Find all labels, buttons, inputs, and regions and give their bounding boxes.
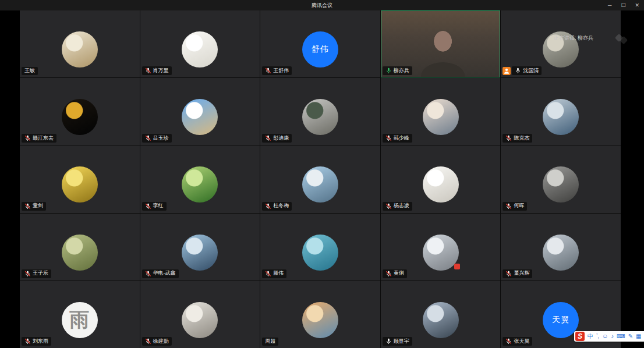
participant-name: 肖万里 [153, 68, 169, 74]
participant-tile[interactable]: 韩少峰 [381, 78, 501, 145]
close-button[interactable]: ✕ [635, 3, 639, 8]
participant-tile[interactable]: 王敏 [20, 10, 140, 77]
participant-tile[interactable]: 彭迪康 [260, 78, 380, 145]
name-label-row: 董兴辉 [503, 269, 532, 278]
participant-tile[interactable]: 沈国清 [501, 10, 621, 77]
titlebar: 腾讯会议 ─ ☐ ✕ [0, 0, 644, 10]
mic-icon [145, 68, 151, 74]
name-pill: 童剑 [22, 202, 46, 211]
participant-tile[interactable]: 何晖 [501, 145, 621, 212]
avatar: 天翼 [543, 302, 579, 338]
participant-tile[interactable]: 周超 [260, 281, 380, 348]
participant-tile[interactable]: 赣江东去 [20, 78, 140, 145]
mic-icon [385, 338, 392, 345]
mic-icon [24, 203, 31, 209]
mic-icon [385, 135, 392, 141]
participant-name: 黄俐 [394, 271, 404, 276]
name-pill: 吕玉珍 [142, 134, 172, 143]
avatar [302, 235, 338, 271]
name-pill: 董兴辉 [503, 269, 532, 278]
mic-icon [385, 68, 392, 74]
avatar [182, 31, 218, 68]
participant-tile[interactable]: 董兴辉 [501, 214, 621, 280]
participant-name: 何晖 [514, 203, 524, 209]
avatar [543, 99, 579, 135]
ime-toolbox-icon[interactable]: ▦ [636, 333, 641, 339]
name-pill: 黄俐 [383, 269, 407, 278]
ime-emoji-icon[interactable]: ☺ [602, 333, 608, 339]
ime-logo[interactable]: S [575, 332, 585, 341]
participant-tile[interactable]: 滕伟 [260, 214, 380, 280]
name-pill: 杜冬梅 [262, 202, 292, 211]
minimize-button[interactable]: ─ [608, 3, 611, 8]
avatar-label: 雨 [69, 307, 90, 333]
name-pill: 杨志凌 [383, 202, 412, 211]
mic-icon [24, 338, 31, 345]
ime-lang-icon[interactable]: 中 [588, 333, 593, 339]
mic-icon [505, 271, 512, 277]
ime-punct-icon[interactable]: ’, [596, 333, 599, 339]
participant-name: 顾显宇 [394, 339, 409, 345]
participant-tile[interactable]: 王子乐 [20, 214, 140, 280]
tencent-meeting-window: 腾讯会议 ─ ☐ ✕ 王敏 肖万里 [0, 0, 644, 348]
participant-name: 王舒伟 [273, 68, 289, 74]
participant-tile[interactable]: 舒伟 王舒伟 [260, 10, 380, 77]
participant-tile[interactable]: 雨 刘东雨 [20, 281, 140, 348]
name-label-row: 李红 [142, 202, 167, 211]
participant-name: 王子乐 [33, 271, 48, 276]
name-label-row: 童剑 [22, 202, 46, 211]
participant-tile[interactable]: 黄俐 [381, 214, 501, 280]
name-label-row: 肖万里 [142, 66, 172, 75]
participant-name: 吕玉珍 [153, 136, 169, 141]
name-pill: 王敏 [22, 67, 38, 75]
mic-icon [265, 203, 271, 209]
participant-tile[interactable]: 杨志凌 [381, 145, 501, 212]
participant-tile[interactable]: 华电-武鑫 [140, 214, 260, 280]
name-label-row: 华电-武鑫 [142, 269, 179, 278]
participant-tile[interactable]: 童剑 [20, 145, 140, 212]
name-label-row: 何晖 [503, 202, 527, 211]
name-pill: 何晖 [503, 202, 527, 211]
name-label-row: 徐建勋 [142, 337, 172, 346]
avatar: 舒伟 [302, 31, 338, 68]
name-label-row: 赣江东去 [22, 134, 56, 143]
name-pill: 徐建勋 [142, 337, 172, 346]
mic-icon [385, 271, 392, 277]
participant-tile[interactable]: 肖万里 [140, 10, 260, 77]
name-label-row: 杜冬梅 [262, 202, 292, 211]
name-label-row: 黄俐 [383, 269, 407, 278]
name-label-row: 吕玉珍 [142, 134, 172, 143]
mic-icon [24, 271, 31, 277]
avatar [182, 99, 218, 135]
participant-tile[interactable]: 柳亦兵 [381, 10, 501, 77]
participant-tile[interactable]: 李红 [140, 145, 260, 212]
mic-icon [145, 135, 151, 141]
avatar [302, 166, 338, 203]
participant-tile[interactable]: 陈克杰 [501, 78, 621, 145]
participant-tile[interactable]: 徐建勋 [140, 281, 260, 348]
sogou-ime-toolbar: S 中’,☺♪⌨✎▦ [574, 331, 644, 342]
name-label-row: 刘东雨 [22, 337, 51, 346]
name-label-row: 王舒伟 [262, 66, 292, 75]
participant-tile[interactable]: 吕玉珍 [140, 78, 260, 145]
name-label-row: 杨志凌 [383, 202, 412, 211]
name-label-row: 顾显宇 [383, 337, 412, 346]
participant-name: 彭迪康 [273, 136, 289, 141]
name-pill: 刘东雨 [22, 337, 51, 346]
mic-icon [385, 203, 392, 209]
participant-tile[interactable]: 杜冬梅 [260, 145, 380, 212]
participant-name: 王敏 [24, 68, 35, 74]
name-pill: 王舒伟 [262, 66, 292, 75]
ime-voice-icon[interactable]: ♪ [611, 333, 614, 339]
participant-tile[interactable]: 顾显宇 [381, 281, 501, 348]
name-pill: 王子乐 [22, 269, 51, 278]
ime-skin-icon[interactable]: ✎ [628, 333, 633, 339]
name-pill: 张天翼 [503, 337, 532, 346]
name-pill: 顾显宇 [383, 337, 412, 346]
avatar-label: 天翼 [552, 315, 569, 325]
maximize-button[interactable]: ☐ [621, 3, 625, 8]
name-pill: 赣江东去 [22, 134, 56, 143]
avatar-status-badge [454, 264, 460, 269]
ime-keyboard-icon[interactable]: ⌨ [617, 333, 625, 339]
avatar [423, 302, 459, 338]
